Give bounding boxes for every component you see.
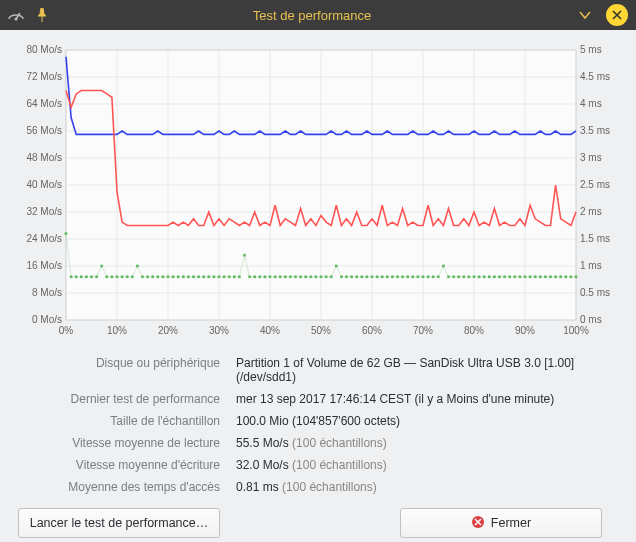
device-label: Disque ou périphérique [20, 356, 220, 384]
svg-text:80%: 80% [464, 325, 484, 336]
svg-rect-74 [151, 276, 154, 279]
app-icon [8, 7, 24, 23]
svg-rect-96 [264, 276, 267, 279]
svg-rect-76 [162, 276, 165, 279]
svg-rect-118 [376, 276, 379, 279]
svg-rect-136 [468, 276, 471, 279]
svg-rect-135 [463, 276, 466, 279]
svg-rect-60 [80, 276, 83, 279]
svg-rect-102 [294, 276, 297, 279]
svg-rect-78 [172, 276, 175, 279]
sample-value: 100.0 Mio (104'857'600 octets) [236, 414, 616, 428]
svg-rect-156 [570, 276, 573, 279]
svg-rect-81 [187, 276, 190, 279]
read-value-main: 55.5 Mo/s [236, 436, 289, 450]
launch-test-button[interactable]: Lancer le test de performance… [18, 508, 220, 538]
svg-rect-108 [325, 276, 328, 279]
svg-rect-80 [182, 276, 185, 279]
svg-text:30%: 30% [209, 325, 229, 336]
svg-text:24 Mo/s: 24 Mo/s [26, 233, 62, 244]
svg-rect-110 [335, 265, 338, 268]
svg-rect-144 [508, 276, 511, 279]
svg-rect-147 [524, 276, 527, 279]
svg-rect-68 [121, 276, 124, 279]
svg-text:0.5 ms: 0.5 ms [580, 287, 610, 298]
svg-rect-66 [111, 276, 114, 279]
svg-rect-142 [498, 276, 501, 279]
svg-text:100%: 100% [563, 325, 589, 336]
svg-rect-131 [442, 265, 445, 268]
svg-rect-92 [243, 254, 246, 257]
svg-text:0 Mo/s: 0 Mo/s [32, 314, 62, 325]
svg-rect-91 [238, 276, 241, 279]
svg-rect-120 [386, 276, 389, 279]
svg-rect-134 [457, 276, 460, 279]
svg-rect-90 [233, 276, 236, 279]
svg-rect-111 [340, 276, 343, 279]
svg-rect-128 [427, 276, 430, 279]
svg-rect-109 [330, 276, 333, 279]
svg-text:70%: 70% [413, 325, 433, 336]
svg-rect-69 [126, 276, 129, 279]
window-titlebar: Test de performance [0, 0, 636, 30]
svg-rect-112 [345, 276, 348, 279]
launch-test-label: Lancer le test de performance… [30, 516, 209, 530]
svg-rect-57 [65, 232, 68, 235]
svg-text:56 Mo/s: 56 Mo/s [26, 125, 62, 136]
sample-label: Taille de l'échantillon [20, 414, 220, 428]
svg-text:10%: 10% [107, 325, 127, 336]
svg-rect-71 [136, 265, 139, 268]
svg-rect-79 [177, 276, 180, 279]
minimize-button[interactable] [574, 4, 596, 26]
svg-rect-119 [381, 276, 384, 279]
access-label: Moyenne des temps d'accès [20, 480, 220, 494]
write-value-suffix: (100 échantillons) [292, 458, 387, 472]
svg-text:50%: 50% [311, 325, 331, 336]
close-dialog-button[interactable]: Fermer [400, 508, 602, 538]
svg-rect-121 [391, 276, 394, 279]
window-title: Test de performance [60, 8, 564, 23]
close-button[interactable] [606, 4, 628, 26]
svg-rect-140 [488, 276, 491, 279]
read-value: 55.5 Mo/s (100 échantillons) [236, 436, 616, 450]
svg-rect-61 [85, 276, 88, 279]
write-value: 32.0 Mo/s (100 échantillons) [236, 458, 616, 472]
svg-text:4.5 ms: 4.5 ms [580, 71, 610, 82]
svg-rect-89 [228, 276, 231, 279]
svg-rect-86 [213, 276, 216, 279]
svg-rect-93 [248, 276, 251, 279]
svg-text:60%: 60% [362, 325, 382, 336]
svg-text:1 ms: 1 ms [580, 260, 602, 271]
pin-icon[interactable] [34, 7, 50, 23]
svg-rect-145 [514, 276, 517, 279]
svg-text:32 Mo/s: 32 Mo/s [26, 206, 62, 217]
svg-rect-58 [70, 276, 73, 279]
svg-text:16 Mo/s: 16 Mo/s [26, 260, 62, 271]
svg-rect-130 [437, 276, 440, 279]
svg-rect-64 [100, 265, 103, 268]
svg-rect-114 [355, 276, 358, 279]
svg-rect-149 [534, 276, 537, 279]
svg-rect-152 [549, 276, 552, 279]
svg-rect-146 [519, 276, 522, 279]
svg-rect-124 [406, 276, 409, 279]
svg-rect-67 [116, 276, 119, 279]
svg-rect-107 [320, 276, 323, 279]
svg-rect-62 [90, 276, 93, 279]
svg-text:2.5 ms: 2.5 ms [580, 179, 610, 190]
svg-rect-95 [259, 276, 262, 279]
svg-rect-126 [417, 276, 420, 279]
lasttest-value: mer 13 sep 2017 17:46:14 CEST (il y a Mo… [236, 392, 616, 406]
svg-rect-153 [554, 276, 557, 279]
svg-rect-85 [208, 276, 211, 279]
svg-rect-138 [478, 276, 481, 279]
close-dialog-label: Fermer [491, 516, 531, 530]
svg-text:40%: 40% [260, 325, 280, 336]
svg-rect-59 [75, 276, 78, 279]
svg-text:72 Mo/s: 72 Mo/s [26, 71, 62, 82]
read-value-suffix: (100 échantillons) [292, 436, 387, 450]
svg-rect-154 [559, 276, 562, 279]
svg-text:48 Mo/s: 48 Mo/s [26, 152, 62, 163]
svg-rect-70 [131, 276, 134, 279]
svg-rect-87 [218, 276, 221, 279]
